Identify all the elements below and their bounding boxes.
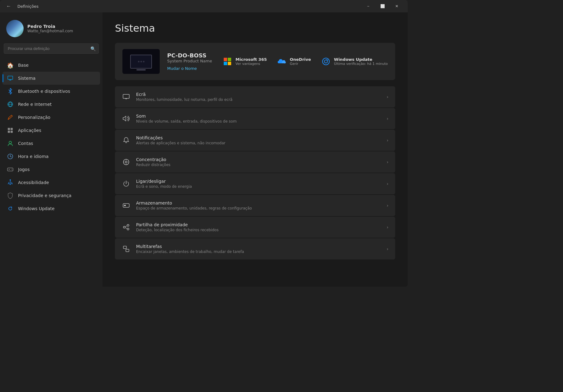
- sidebar-item-privacy[interactable]: Privacidade e segurança: [2, 189, 100, 202]
- svg-rect-4: [8, 128, 10, 130]
- close-button[interactable]: ✕: [390, 0, 404, 12]
- setting-text-ecra: Ecrã Monitores, luminosidade, luz noturn…: [136, 92, 381, 102]
- sidebar-item-update[interactable]: Windows Update: [2, 202, 100, 215]
- shortcut-info-windowsupdate: Windows Update Última verificação: há 1 …: [334, 57, 388, 66]
- shortcut-sub-onedrive: Gerir: [290, 62, 311, 66]
- system-icon: [7, 75, 14, 82]
- gaming-icon: [7, 166, 14, 173]
- svg-point-29: [127, 224, 129, 226]
- svg-rect-5: [11, 128, 13, 130]
- setting-ligar[interactable]: Ligar/desligar Ecrã e sono, modo de ener…: [115, 173, 395, 194]
- pc-dot: [138, 61, 140, 62]
- svg-point-8: [9, 141, 11, 144]
- svg-rect-10: [7, 168, 13, 171]
- svg-point-13: [11, 169, 12, 169]
- sidebar-item-sistema[interactable]: Sistema: [2, 72, 100, 85]
- shortcut-label-onedrive: OneDrive: [290, 57, 311, 62]
- pc-model: System Product Name: [167, 59, 215, 63]
- shortcut-onedrive[interactable]: OneDrive Gerir: [277, 56, 311, 66]
- setting-som[interactable]: Som Níveis de volume, saída, entrada, di…: [115, 108, 395, 129]
- setting-text-multitarefas: Multitarefas Encaixar janelas, ambientes…: [136, 244, 381, 254]
- setting-title-ecra: Ecrã: [136, 92, 381, 97]
- sidebar-item-label-apps: Aplicações: [18, 128, 41, 133]
- pc-name: PC-DO-BOSS: [167, 52, 215, 59]
- chevron-concentracao: ›: [387, 160, 388, 164]
- pc-visual: [122, 49, 160, 74]
- main-content: Sistema PC-DO-BOSS System Product Name: [103, 12, 408, 287]
- sidebar-item-bluetooth[interactable]: Bluetooth e dispositivos: [2, 85, 100, 98]
- sidebar-item-gaming[interactable]: Jogos: [2, 163, 100, 176]
- minimize-button[interactable]: −: [361, 0, 375, 12]
- setting-text-partilha: Partilha de proximidade Deteção, localiz…: [136, 222, 381, 232]
- profile-section[interactable]: Pedro Troia Watto_fan@hotmail.com: [2, 17, 100, 43]
- setting-sub-multitarefas: Encaixar janelas, ambientes de trabalho,…: [136, 250, 381, 254]
- setting-title-armazenamento: Armazenamento: [136, 201, 381, 205]
- chevron-armazenamento: ›: [387, 203, 388, 208]
- pc-thumbnail: [122, 49, 160, 74]
- svg-point-14: [12, 169, 12, 170]
- chevron-som: ›: [387, 116, 388, 121]
- sidebar-item-label-personalization: Personalização: [18, 115, 50, 120]
- sidebar-item-home[interactable]: 🏠 Base: [2, 59, 100, 72]
- sidebar-item-label-accounts: Contas: [18, 141, 33, 146]
- sidebar-item-label-privacy: Privacidade e segurança: [18, 193, 71, 198]
- pc-visual-inner: [130, 55, 152, 69]
- svg-rect-33: [123, 246, 126, 249]
- chevron-partilha: ›: [387, 225, 388, 230]
- page-title: Sistema: [115, 22, 395, 34]
- setting-partilha[interactable]: Partilha de proximidade Deteção, localiz…: [115, 217, 395, 238]
- back-button[interactable]: ←: [4, 1, 14, 11]
- svg-point-15: [10, 179, 11, 181]
- setting-text-concentracao: Concentração Reduzir distrações: [136, 157, 381, 167]
- shortcut-sub-windowsupdate: Última verificação: há 1 minuto: [334, 62, 388, 66]
- svg-point-28: [123, 226, 125, 228]
- shortcut-microsoft365[interactable]: Microsoft 365 Ver vantagens: [222, 56, 267, 66]
- sidebar-item-network[interactable]: Rede e Internet: [2, 98, 100, 111]
- update-icon: [7, 205, 14, 212]
- setting-ecra[interactable]: Ecrã Monitores, luminosidade, luz noturn…: [115, 86, 395, 107]
- profile-name: Pedro Troia: [27, 24, 73, 29]
- setting-text-som: Som Níveis de volume, saída, entrada, di…: [136, 114, 381, 124]
- time-icon: [7, 153, 14, 160]
- profile-info: Pedro Troia Watto_fan@hotmail.com: [27, 24, 73, 33]
- sidebar-item-accessibility[interactable]: Acessibilidade: [2, 176, 100, 189]
- notificacoes-icon: [122, 136, 130, 145]
- svg-line-31: [125, 226, 127, 227]
- sidebar-item-label-accessibility: Acessibilidade: [18, 180, 49, 185]
- pc-dots: [138, 61, 144, 62]
- svg-rect-6: [8, 131, 10, 133]
- pc-rename-link[interactable]: Mudar o Nome: [167, 66, 197, 71]
- pc-shortcuts: Microsoft 365 Ver vantagens OneDrive: [222, 56, 388, 66]
- shortcut-label-windowsupdate: Windows Update: [334, 57, 388, 62]
- restore-button[interactable]: ⬜: [375, 0, 390, 12]
- sidebar-item-label-time: Hora e idioma: [18, 154, 48, 159]
- sidebar-item-time[interactable]: Hora e idioma: [2, 150, 100, 163]
- ms-logo-green: [228, 58, 231, 61]
- sidebar-item-label-bluetooth: Bluetooth e dispositivos: [18, 89, 70, 94]
- multitarefas-icon: [122, 245, 130, 253]
- sidebar-item-label-sistema: Sistema: [18, 76, 35, 81]
- search-input[interactable]: [4, 43, 99, 54]
- app-layout: Pedro Troia Watto_fan@hotmail.com 🔍 🏠 Ba…: [0, 12, 408, 287]
- microsoft365-icon: [222, 56, 232, 66]
- svg-point-21: [125, 161, 127, 163]
- setting-concentracao[interactable]: Concentração Reduzir distrações ›: [115, 151, 395, 173]
- setting-multitarefas[interactable]: Multitarefas Encaixar janelas, ambientes…: [115, 238, 395, 259]
- shortcut-sub-microsoft365: Ver vantagens: [236, 62, 267, 66]
- apps-icon: [7, 127, 14, 134]
- setting-notificacoes[interactable]: Notificações Alertas de aplicações e sis…: [115, 130, 395, 151]
- shortcut-windowsupdate[interactable]: Windows Update Última verificação: há 1 …: [321, 56, 388, 66]
- setting-title-partilha: Partilha de proximidade: [136, 222, 381, 227]
- sidebar-item-accounts[interactable]: Contas: [2, 137, 100, 150]
- sidebar-item-apps[interactable]: Aplicações: [2, 124, 100, 137]
- sidebar-item-personalization[interactable]: Personalização: [2, 111, 100, 124]
- titlebar-left: ← Definições: [4, 1, 39, 11]
- accounts-icon: [7, 140, 14, 147]
- setting-text-ligar: Ligar/desligar Ecrã e sono, modo de ener…: [136, 179, 381, 189]
- search-box: 🔍: [4, 43, 99, 54]
- chevron-ecra: ›: [387, 94, 388, 99]
- setting-armazenamento[interactable]: Armazenamento Espaço de armazenamento, u…: [115, 195, 395, 216]
- home-icon: 🏠: [7, 62, 14, 69]
- svg-line-32: [125, 228, 127, 229]
- svg-rect-1: [9, 80, 11, 80]
